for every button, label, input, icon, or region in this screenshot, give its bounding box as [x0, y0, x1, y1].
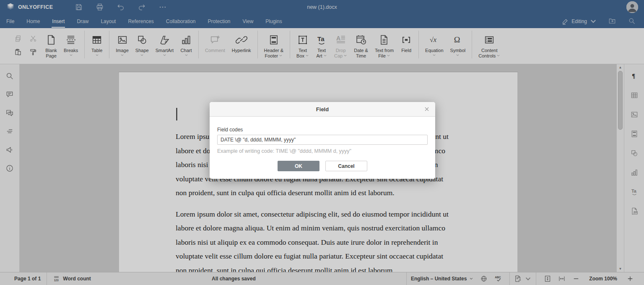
dialog-buttons: OK Cancel [217, 161, 428, 171]
field-dialog: Field Field codes Example of writing cod… [210, 102, 435, 179]
field-codes-hint: Example of writing code: TIME \@ "dddd, … [217, 148, 428, 154]
field-codes-label: Field codes [217, 127, 428, 133]
cancel-button[interactable]: Cancel [325, 161, 367, 171]
dialog-header[interactable]: Field [210, 102, 435, 117]
dialog-close-button[interactable] [423, 106, 430, 112]
ok-button[interactable]: OK [278, 161, 319, 171]
application-window: ONLYOFFICE new (1).docx FileHomeInsertDr… [0, 0, 644, 285]
dialog-title: Field [316, 106, 329, 112]
close-icon [423, 106, 430, 112]
field-codes-input[interactable] [217, 135, 428, 145]
dialog-body: Field codes Example of writing code: TIM… [210, 117, 435, 179]
